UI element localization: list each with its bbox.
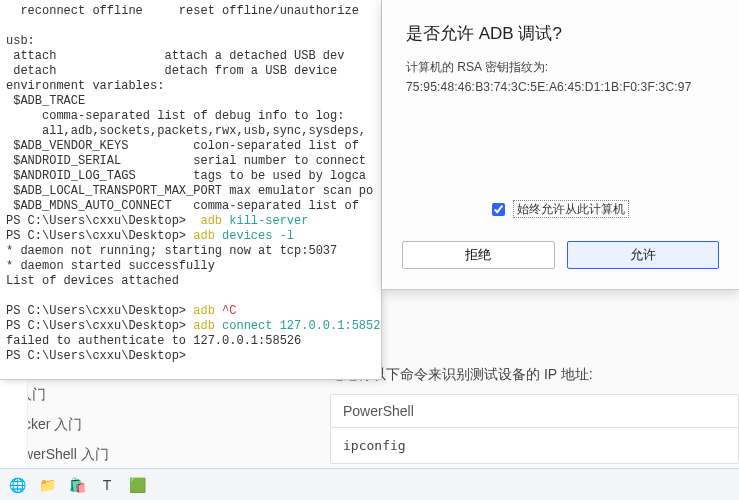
code-lang-label: PowerShell — [331, 395, 738, 428]
allow-button[interactable]: 允许 — [567, 241, 720, 269]
adb-auth-dialog: 是否允许 ADB 调试? 计算机的 RSA 密钥指纹为: 75:95:48:46… — [382, 0, 739, 290]
deny-button[interactable]: 拒绝 — [402, 241, 555, 269]
always-allow-checkbox[interactable] — [492, 203, 505, 216]
nav-intro[interactable]: # 入门 — [0, 380, 320, 410]
terminal-output: reconnect offline reset offline/unauthor… — [0, 0, 381, 368]
code-block: PowerShell ipconfig — [330, 394, 739, 464]
terminal-window[interactable]: reconnect offline reset offline/unauthor… — [0, 0, 382, 380]
taskbar-app-icon[interactable]: 🌐 — [6, 474, 28, 496]
taskbar-app-icon[interactable]: 🟩 — [126, 474, 148, 496]
nav-docker[interactable]: Docker 入门 — [0, 410, 320, 440]
doc-text: 过运行以下命令来识别测试设备的 IP 地址: — [330, 366, 739, 384]
taskbar-app-icon[interactable]: T — [96, 474, 118, 496]
fingerprint-label: 计算机的 RSA 密钥指纹为: — [406, 59, 715, 76]
taskbar: 🌐📁🛍️T🟩 — [0, 468, 739, 500]
taskbar-app-icon[interactable]: 🛍️ — [66, 474, 88, 496]
dialog-title: 是否允许 ADB 调试? — [406, 22, 715, 45]
code-content: ipconfig — [331, 428, 738, 463]
fingerprint-value: 75:95:48:46:B3:74:3C:5E:A6:45:D1:1B:F0:3… — [406, 80, 715, 94]
always-allow-label[interactable]: 始终允许从此计算机 — [513, 200, 629, 218]
taskbar-app-icon[interactable]: 📁 — [36, 474, 58, 496]
nav-ps[interactable]: PowerShell 入门 — [0, 440, 320, 470]
